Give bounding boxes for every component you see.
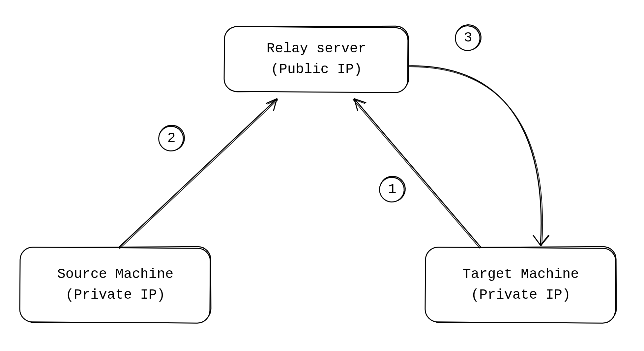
step-number: 2	[158, 125, 185, 151]
node-relay: Relay server (Public IP)	[224, 26, 409, 92]
node-source: Source Machine (Private IP)	[20, 247, 211, 323]
arrow-2	[119, 99, 278, 249]
node-target-subtitle: (Private IP)	[471, 286, 571, 304]
step-badge-2: 2	[158, 125, 185, 151]
diagram-stage: Relay server (Public IP) Source Machine …	[0, 0, 644, 351]
node-target-title: Target Machine	[463, 265, 579, 284]
step-badge-3: 3	[455, 25, 481, 51]
step-number: 1	[379, 176, 405, 202]
node-target: Target Machine (Private IP)	[425, 247, 616, 323]
node-source-subtitle: (Private IP)	[66, 286, 165, 304]
node-relay-subtitle: (Public IP)	[271, 61, 362, 79]
node-source-title: Source Machine	[57, 265, 174, 284]
arrow-3	[409, 66, 549, 246]
step-number: 3	[455, 25, 481, 51]
step-badge-1: 1	[379, 176, 405, 202]
arrow-1	[353, 99, 481, 248]
node-relay-title: Relay server	[267, 40, 366, 58]
